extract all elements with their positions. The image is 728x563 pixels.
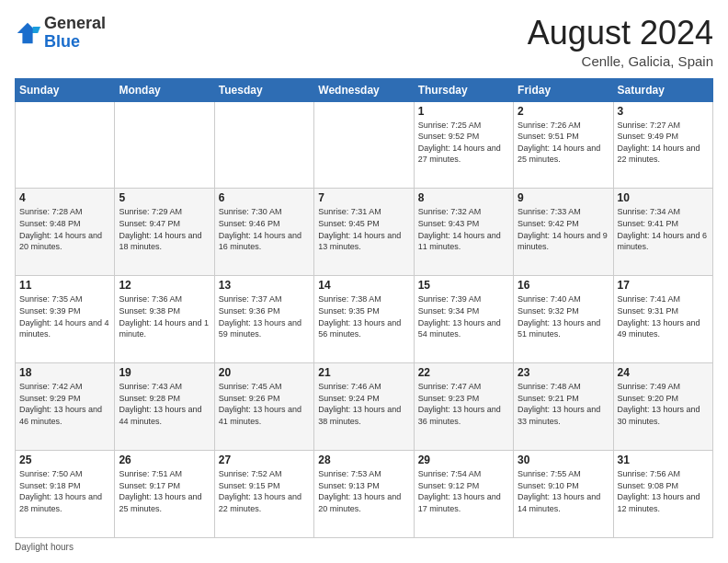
calendar-header-row: SundayMondayTuesdayWednesdayThursdayFrid… [16,78,713,101]
calendar-cell: 19Sunrise: 7:43 AM Sunset: 9:28 PM Dayli… [115,363,214,451]
logo-icon [15,20,40,46]
calendar-cell: 26Sunrise: 7:51 AM Sunset: 9:17 PM Dayli… [115,451,214,538]
day-info: Sunrise: 7:29 AM Sunset: 9:47 PM Dayligh… [119,206,210,252]
calendar-cell: 18Sunrise: 7:42 AM Sunset: 9:29 PM Dayli… [16,363,115,451]
calendar-cell: 27Sunrise: 7:52 AM Sunset: 9:15 PM Dayli… [214,451,313,538]
calendar-header-friday: Friday [514,78,613,101]
day-number: 20 [219,366,310,379]
day-number: 14 [318,279,409,292]
footer-note: Daylight hours [15,542,713,552]
page: General Blue August 2024 Cenlle, Galicia… [0,0,728,563]
month-title: August 2024 [528,15,713,52]
day-info: Sunrise: 7:43 AM Sunset: 9:28 PM Dayligh… [119,381,210,427]
calendar-cell: 31Sunrise: 7:56 AM Sunset: 9:08 PM Dayli… [613,451,712,538]
calendar-cell: 20Sunrise: 7:45 AM Sunset: 9:26 PM Dayli… [214,363,313,451]
day-number: 8 [418,191,509,204]
title-block: August 2024 Cenlle, Galicia, Spain [528,15,713,69]
day-number: 7 [318,191,409,204]
calendar-cell [16,101,115,189]
calendar-cell: 30Sunrise: 7:55 AM Sunset: 9:10 PM Dayli… [514,451,613,538]
day-number: 5 [119,191,210,204]
day-number: 15 [418,279,509,292]
day-info: Sunrise: 7:38 AM Sunset: 9:35 PM Dayligh… [318,293,409,339]
day-info: Sunrise: 7:42 AM Sunset: 9:29 PM Dayligh… [19,381,110,427]
calendar-cell: 22Sunrise: 7:47 AM Sunset: 9:23 PM Dayli… [414,363,513,451]
calendar-table: SundayMondayTuesdayWednesdayThursdayFrid… [15,78,713,538]
day-info: Sunrise: 7:37 AM Sunset: 9:36 PM Dayligh… [219,293,310,339]
day-info: Sunrise: 7:41 AM Sunset: 9:31 PM Dayligh… [618,293,709,339]
day-number: 16 [518,279,609,292]
day-info: Sunrise: 7:36 AM Sunset: 9:38 PM Dayligh… [119,293,210,339]
day-info: Sunrise: 7:27 AM Sunset: 9:49 PM Dayligh… [618,120,709,166]
calendar-week-5: 25Sunrise: 7:50 AM Sunset: 9:18 PM Dayli… [16,451,713,538]
calendar-cell: 7Sunrise: 7:31 AM Sunset: 9:45 PM Daylig… [314,189,414,276]
calendar-header-thursday: Thursday [414,78,513,101]
header: General Blue August 2024 Cenlle, Galicia… [15,15,713,69]
calendar-cell: 23Sunrise: 7:48 AM Sunset: 9:21 PM Dayli… [514,363,613,451]
day-info: Sunrise: 7:35 AM Sunset: 9:39 PM Dayligh… [19,293,110,339]
svg-marker-1 [33,27,40,33]
calendar-week-2: 4Sunrise: 7:28 AM Sunset: 9:48 PM Daylig… [16,189,713,276]
day-info: Sunrise: 7:54 AM Sunset: 9:12 PM Dayligh… [418,468,509,514]
calendar-cell [314,101,414,189]
calendar-header-sunday: Sunday [16,78,115,101]
day-info: Sunrise: 7:28 AM Sunset: 9:48 PM Dayligh… [19,206,110,252]
day-info: Sunrise: 7:26 AM Sunset: 9:51 PM Dayligh… [518,120,609,166]
day-info: Sunrise: 7:33 AM Sunset: 9:42 PM Dayligh… [518,206,609,252]
logo-text: General Blue [44,15,106,52]
calendar-week-4: 18Sunrise: 7:42 AM Sunset: 9:29 PM Dayli… [16,363,713,451]
day-number: 24 [618,366,709,379]
day-info: Sunrise: 7:50 AM Sunset: 9:18 PM Dayligh… [19,468,110,514]
calendar-cell: 5Sunrise: 7:29 AM Sunset: 9:47 PM Daylig… [115,189,214,276]
day-info: Sunrise: 7:34 AM Sunset: 9:41 PM Dayligh… [618,206,709,252]
day-info: Sunrise: 7:51 AM Sunset: 9:17 PM Dayligh… [119,468,210,514]
calendar-cell: 12Sunrise: 7:36 AM Sunset: 9:38 PM Dayli… [115,276,214,363]
calendar-cell: 25Sunrise: 7:50 AM Sunset: 9:18 PM Dayli… [16,451,115,538]
day-info: Sunrise: 7:49 AM Sunset: 9:20 PM Dayligh… [618,381,709,427]
day-info: Sunrise: 7:46 AM Sunset: 9:24 PM Dayligh… [318,381,409,427]
calendar-cell: 10Sunrise: 7:34 AM Sunset: 9:41 PM Dayli… [613,189,712,276]
day-info: Sunrise: 7:55 AM Sunset: 9:10 PM Dayligh… [518,468,609,514]
day-number: 3 [618,105,709,118]
day-number: 31 [618,454,709,466]
day-number: 12 [119,279,210,292]
calendar-week-3: 11Sunrise: 7:35 AM Sunset: 9:39 PM Dayli… [16,276,713,363]
day-info: Sunrise: 7:53 AM Sunset: 9:13 PM Dayligh… [318,468,409,514]
calendar-header-wednesday: Wednesday [314,78,414,101]
calendar-cell: 21Sunrise: 7:46 AM Sunset: 9:24 PM Dayli… [314,363,414,451]
calendar-cell: 1Sunrise: 7:25 AM Sunset: 9:52 PM Daylig… [414,101,513,189]
day-info: Sunrise: 7:47 AM Sunset: 9:23 PM Dayligh… [418,381,509,427]
day-number: 6 [219,191,310,204]
day-info: Sunrise: 7:40 AM Sunset: 9:32 PM Dayligh… [518,293,609,339]
day-number: 22 [418,366,509,379]
calendar-cell [214,101,313,189]
calendar-cell: 17Sunrise: 7:41 AM Sunset: 9:31 PM Dayli… [613,276,712,363]
day-number: 29 [418,454,509,466]
calendar-cell: 8Sunrise: 7:32 AM Sunset: 9:43 PM Daylig… [414,189,513,276]
day-number: 25 [19,454,110,466]
day-number: 4 [19,191,110,204]
day-number: 30 [518,454,609,466]
day-number: 28 [318,454,409,466]
day-number: 17 [618,279,709,292]
calendar-header-tuesday: Tuesday [214,78,313,101]
day-number: 1 [418,105,509,118]
day-number: 10 [618,191,709,204]
day-number: 23 [518,366,609,379]
calendar-header-saturday: Saturday [613,78,712,101]
day-number: 18 [19,366,110,379]
calendar-cell: 15Sunrise: 7:39 AM Sunset: 9:34 PM Dayli… [414,276,513,363]
day-info: Sunrise: 7:52 AM Sunset: 9:15 PM Dayligh… [219,468,310,514]
calendar-cell: 11Sunrise: 7:35 AM Sunset: 9:39 PM Dayli… [16,276,115,363]
calendar-cell: 2Sunrise: 7:26 AM Sunset: 9:51 PM Daylig… [514,101,613,189]
calendar-cell: 6Sunrise: 7:30 AM Sunset: 9:46 PM Daylig… [214,189,313,276]
day-number: 13 [219,279,310,292]
location-subtitle: Cenlle, Galicia, Spain [528,53,713,69]
day-info: Sunrise: 7:25 AM Sunset: 9:52 PM Dayligh… [418,120,509,166]
calendar-cell: 24Sunrise: 7:49 AM Sunset: 9:20 PM Dayli… [613,363,712,451]
day-number: 21 [318,366,409,379]
calendar-cell: 16Sunrise: 7:40 AM Sunset: 9:32 PM Dayli… [514,276,613,363]
day-number: 11 [19,279,110,292]
calendar-cell: 29Sunrise: 7:54 AM Sunset: 9:12 PM Dayli… [414,451,513,538]
calendar-cell: 4Sunrise: 7:28 AM Sunset: 9:48 PM Daylig… [16,189,115,276]
